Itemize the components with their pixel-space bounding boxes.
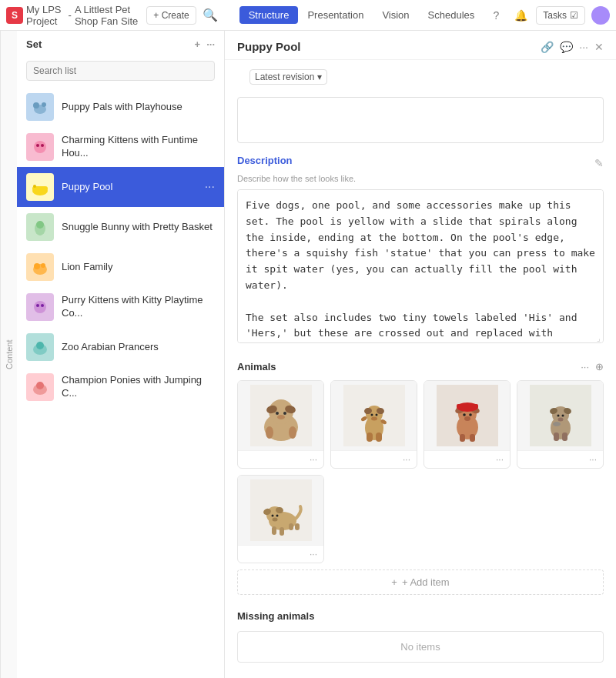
tasks-button[interactable]: Tasks ☑ [536, 6, 585, 25]
revision-selector[interactable]: Latest revision ▾ [249, 69, 327, 85]
breadcrumb-separator: - [69, 9, 72, 21]
svg-point-60 [464, 416, 470, 421]
item-thumb-4 [26, 213, 54, 241]
sidebar-items: Puppy Pals with Playhouse ··· Charming K… [17, 87, 224, 678]
content-header: Puppy Pool 🔗 💬 ··· ✕ [225, 31, 616, 60]
svg-rect-61 [460, 434, 465, 442]
animal-card-dots-1[interactable]: ··· [310, 454, 317, 465]
sidebar-title: Set [26, 38, 42, 50]
sidebar-item-2[interactable]: Charming Kittens with Funtime Hou... ··· [17, 127, 224, 167]
add-item-button[interactable]: + + Add item [237, 569, 604, 595]
svg-point-81 [272, 518, 277, 522]
item-thumb-5 [26, 253, 54, 281]
svg-point-35 [283, 412, 286, 415]
animals-more-icon[interactable]: ··· [581, 361, 589, 372]
animal-card-5: ··· [237, 475, 324, 563]
animals-add-icon[interactable]: ⊕ [595, 361, 604, 372]
sidebar-item-5[interactable]: Lion Family ··· [17, 247, 224, 287]
svg-point-37 [266, 426, 273, 439]
resize-handle: ⌟ [597, 334, 601, 342]
svg-point-44 [370, 414, 373, 416]
svg-point-6 [36, 144, 39, 147]
svg-point-3 [42, 102, 46, 107]
description-section: Description ✎ Describe how the set looks… [237, 155, 604, 346]
main-content: Puppy Pool 🔗 💬 ··· ✕ Latest revision ▾ D… [225, 31, 616, 678]
notification-icon[interactable]: 🔔 [511, 6, 530, 25]
animals-actions: ··· ⊕ [581, 361, 604, 372]
sidebar-item-4[interactable]: Snuggle Bunny with Pretty Basket ··· [17, 207, 224, 247]
help-icon[interactable]: ? [487, 6, 505, 25]
animals-grid: ··· [237, 380, 604, 469]
animal-img-1 [238, 381, 323, 450]
sidebar-item-3[interactable]: Puppy Pool ··· [17, 167, 224, 207]
animal-card-dots-2[interactable]: ··· [403, 454, 410, 465]
search-icon[interactable]: 🔍 [203, 8, 218, 22]
animal-card-1: ··· [237, 380, 324, 469]
sidebar-item-label-4: Snuggle Bunny with Pretty Basket [62, 221, 215, 234]
svg-point-7 [41, 144, 44, 147]
sidebar-item-label-8: Champion Ponies with Jumping C... [62, 374, 215, 400]
description-subtitle: Describe how the set looks like. [237, 174, 604, 183]
more-icon[interactable]: ··· [579, 41, 588, 53]
search-input[interactable] [26, 61, 215, 81]
sidebar-more-icon[interactable]: ··· [206, 38, 215, 50]
animal-card-2: ··· [330, 380, 417, 469]
sidebar-search [17, 58, 224, 87]
avatar[interactable] [591, 6, 610, 25]
layout: Content Set + ··· Puppy Pals with Playho… [0, 31, 616, 678]
sidebar-item-6[interactable]: Purry Kittens with Kitty Playtime Co... … [17, 287, 224, 327]
item-thumb-1 [26, 93, 54, 121]
svg-point-46 [371, 417, 377, 421]
sidebar-item-8[interactable]: Champion Ponies with Jumping C... ··· [17, 367, 224, 407]
tab-structure[interactable]: Structure [239, 6, 299, 24]
description-edit-icon[interactable]: ✎ [594, 157, 604, 169]
tasks-label: Tasks [543, 10, 567, 21]
svg-point-18 [41, 263, 45, 268]
create-button[interactable]: + Create [146, 6, 196, 25]
tab-presentation[interactable]: Presentation [298, 6, 373, 24]
revision-label: Latest revision [255, 72, 314, 82]
description-header-actions: ✎ [594, 157, 604, 169]
animal-card-footer-1: ··· [238, 450, 323, 468]
sidebar-item-7[interactable]: Zoo Arabian Prancers ··· [17, 327, 224, 367]
tab-schedules[interactable]: Schedules [419, 6, 484, 24]
sidebar-item-1[interactable]: Puppy Pals with Playhouse ··· [17, 87, 224, 127]
svg-point-58 [463, 413, 466, 416]
missing-animals-header-row: Missing animals [237, 610, 604, 628]
item-thumb-7 [26, 333, 54, 361]
nav-right: ? 🔔 Tasks ☑ [487, 6, 610, 25]
svg-point-70 [557, 418, 563, 422]
animal-img-3 [424, 381, 510, 450]
no-items-label: No items [237, 631, 604, 663]
svg-point-17 [34, 263, 40, 269]
sidebar-item-label-6: Purry Kittens with Kitty Playtime Co... [62, 294, 215, 320]
breadcrumb-subtitle: A Littlest Pet Shop Fan Site [75, 4, 143, 27]
top-textarea[interactable] [237, 97, 604, 143]
description-textarea[interactable]: Five dogs, one pool, and some accessorie… [237, 189, 604, 343]
animal-card-4: ··· [517, 380, 604, 469]
animal-card-dots-5[interactable]: ··· [310, 549, 317, 559]
sidebar-item-label-5: Lion Family [62, 261, 215, 274]
sidebar-item-label-1: Puppy Pals with Playhouse [62, 101, 215, 114]
animal-card-dots-4[interactable]: ··· [589, 454, 597, 465]
svg-point-68 [557, 415, 559, 417]
chevron-down-icon: ▾ [317, 72, 322, 82]
svg-rect-62 [470, 434, 475, 442]
tab-vision[interactable]: Vision [373, 6, 418, 24]
item-thumb-2 [26, 133, 54, 161]
sidebar-item-dots-3[interactable]: ··· [205, 180, 215, 194]
comment-icon[interactable]: 💬 [560, 41, 573, 53]
animal-card-3: ··· [424, 380, 511, 469]
link-icon[interactable]: 🔗 [541, 41, 554, 53]
content-body: Description ✎ Describe how the set looks… [225, 91, 616, 678]
close-icon[interactable]: ✕ [594, 41, 604, 53]
svg-point-45 [375, 414, 377, 416]
sidebar-add-icon[interactable]: + [195, 38, 201, 50]
svg-point-80 [276, 515, 278, 517]
animal-card-dots-3[interactable]: ··· [496, 454, 504, 465]
svg-point-79 [271, 515, 273, 517]
svg-rect-48 [376, 433, 382, 442]
svg-point-59 [469, 413, 472, 416]
description-header-row: Description ✎ [237, 155, 604, 171]
svg-point-25 [36, 342, 44, 349]
